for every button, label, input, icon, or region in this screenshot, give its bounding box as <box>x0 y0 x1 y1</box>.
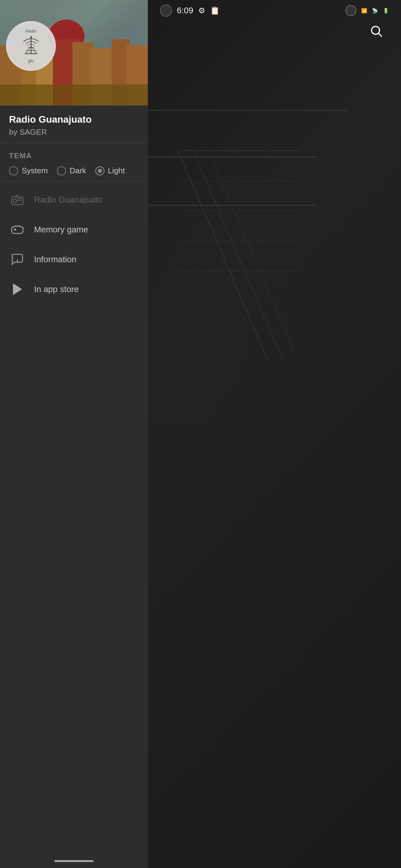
theme-dark[interactable]: Dark <box>57 166 86 176</box>
svg-line-9 <box>379 33 382 36</box>
gamepad-icon <box>9 221 26 238</box>
menu-item-information[interactable]: Information <box>0 244 148 274</box>
navigation-drawer: Radio glo Radio Guanajuato <box>0 0 148 868</box>
menu-item-radio[interactable]: Radio Guanajuato <box>0 185 148 215</box>
search-button[interactable] <box>369 24 383 40</box>
radio-logo: Radio glo <box>6 21 56 71</box>
bottom-nav-indicator[interactable] <box>54 860 93 862</box>
battery-icon: 🔋 <box>383 8 389 13</box>
time-display: 6:09 <box>177 6 193 16</box>
wifi-icon: 📶 <box>361 8 367 13</box>
settings-icon: ⚙ <box>198 6 205 16</box>
theme-options: System Dark Light <box>9 166 139 176</box>
svg-line-1 <box>193 151 284 362</box>
status-icons: 📶 📡 🔋 <box>345 5 389 16</box>
theme-system-label: System <box>22 166 48 176</box>
svg-line-0 <box>178 151 268 362</box>
drawer-app-info: Radio Guanajuato by SAGER <box>0 105 148 143</box>
theme-light-radio[interactable] <box>95 166 105 176</box>
menu-item-store[interactable]: In app store <box>0 274 148 304</box>
status-time: 6:09 ⚙ 📋 <box>160 4 220 17</box>
information-icon <box>9 251 26 268</box>
memory-menu-label: Memory game <box>34 225 88 235</box>
radio-tower-icon <box>19 34 43 58</box>
drawer-header: Radio glo <box>0 0 148 105</box>
svg-line-27 <box>31 46 37 54</box>
information-menu-label: Information <box>34 255 76 264</box>
radio-menu-label: Radio Guanajuato <box>34 195 102 205</box>
theme-light-label: Light <box>108 166 125 176</box>
theme-dark-label: Dark <box>70 166 86 176</box>
menu-item-memory[interactable]: Memory game <box>0 215 148 244</box>
svg-marker-36 <box>13 284 21 294</box>
status-bar: 6:09 ⚙ 📋 📶 📡 🔋 <box>148 0 401 21</box>
logo-text-bottom: glo <box>7 59 55 63</box>
screenshot-icon: 📋 <box>210 6 220 16</box>
store-icon <box>9 281 26 298</box>
divider-2 <box>148 157 317 157</box>
svg-line-26 <box>25 46 31 54</box>
circle-dot <box>160 4 172 17</box>
app-subtitle: by SAGER <box>9 127 139 137</box>
store-menu-label: In app store <box>34 284 79 294</box>
drawer-menu: Radio Guanajuato Memory game Information <box>0 182 148 868</box>
theme-label: TEMA <box>9 152 139 160</box>
divider-3 <box>148 205 317 206</box>
svg-point-8 <box>372 27 379 34</box>
radio-menu-icon <box>9 191 26 208</box>
svg-line-2 <box>208 151 299 362</box>
app-title: Radio Guanajuato <box>9 114 139 125</box>
logo-text-top: Radio <box>7 29 55 33</box>
theme-section: TEMA System Dark Light <box>0 143 148 182</box>
svg-point-30 <box>13 199 17 203</box>
theme-system-radio[interactable] <box>9 166 18 176</box>
divider-1 <box>148 110 347 111</box>
theme-system[interactable]: System <box>9 166 48 176</box>
theme-light[interactable]: Light <box>95 166 125 176</box>
signal-icon: 📡 <box>372 8 378 13</box>
theme-dark-radio[interactable] <box>57 166 66 176</box>
circle-indicator <box>345 5 356 16</box>
background-image <box>148 0 401 868</box>
svg-point-28 <box>30 36 32 38</box>
